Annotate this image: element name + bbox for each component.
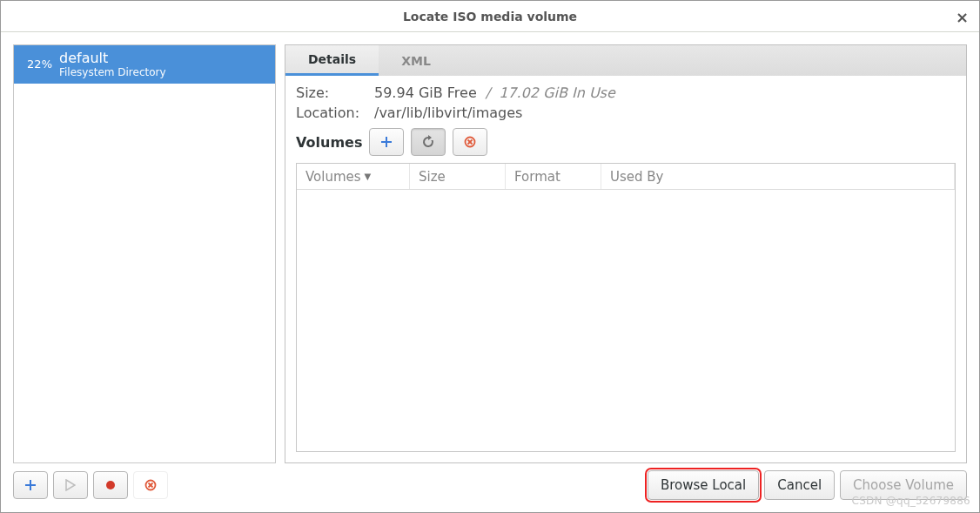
plus-icon	[24, 479, 37, 491]
svg-point-3	[106, 481, 115, 489]
dialog-window: Locate ISO media volume × 22% default Fi…	[0, 0, 980, 513]
record-icon	[104, 479, 117, 491]
browse-local-button[interactable]: Browse Local	[648, 470, 759, 500]
pool-usage-percent: 22%	[23, 57, 52, 71]
storage-pool-list[interactable]: 22% default Filesystem Directory	[13, 44, 276, 463]
location-row: Location: /var/lib/libvirt/images	[296, 105, 956, 121]
cancel-button[interactable]: Cancel	[764, 470, 835, 500]
col-header-volumes[interactable]: Volumes ▼	[297, 164, 410, 189]
tabs: Details XML	[285, 44, 967, 76]
volumes-table[interactable]: Volumes ▼ Size Format Used By	[296, 163, 956, 452]
col-header-size[interactable]: Size	[410, 164, 506, 189]
stop-pool-button[interactable]	[93, 471, 128, 499]
delete-pool-button[interactable]	[133, 471, 168, 499]
dialog-body: 22% default Filesystem Directory Details…	[1, 32, 979, 463]
size-inuse: 17.02 GiB In Use	[499, 84, 615, 101]
col-label-size: Size	[419, 169, 446, 185]
right-column: Details XML Size: 59.94 GiB Free / 17.02…	[285, 44, 967, 463]
start-pool-button[interactable]	[53, 471, 88, 499]
col-header-format[interactable]: Format	[506, 164, 601, 189]
refresh-volumes-button[interactable]	[411, 128, 446, 156]
add-volume-button[interactable]	[369, 128, 404, 156]
volumes-toolbar: Volumes	[296, 128, 956, 156]
delete-circle-icon	[464, 136, 476, 148]
location-value: /var/lib/libvirt/images	[374, 105, 522, 121]
tab-details[interactable]: Details	[285, 45, 379, 76]
play-icon	[65, 479, 76, 491]
choose-volume-button: Choose Volume	[840, 470, 967, 500]
footer: Browse Local Cancel Choose Volume	[1, 463, 979, 512]
storage-pool-item[interactable]: 22% default Filesystem Directory	[14, 45, 275, 84]
col-label-format: Format	[514, 169, 560, 185]
col-label-volumes: Volumes	[305, 169, 361, 185]
pool-name: default	[59, 51, 166, 66]
pool-type: Filesystem Directory	[59, 66, 166, 78]
refresh-icon	[421, 135, 435, 149]
pool-main: default Filesystem Directory	[59, 51, 166, 78]
add-pool-button[interactable]	[13, 471, 48, 499]
window-title: Locate ISO media volume	[403, 10, 577, 24]
size-sep: /	[486, 84, 490, 101]
sort-arrow-icon: ▼	[365, 172, 372, 181]
size-row: Size: 59.94 GiB Free / 17.02 GiB In Use	[296, 84, 956, 101]
col-header-usedby[interactable]: Used By	[601, 164, 955, 189]
size-label: Size:	[296, 84, 366, 101]
close-icon[interactable]: ×	[956, 7, 969, 25]
titlebar: Locate ISO media volume ×	[1, 1, 979, 32]
plus-icon	[380, 136, 393, 148]
tab-xml[interactable]: XML	[379, 45, 453, 76]
delete-circle-icon	[144, 479, 157, 491]
size-free: 59.94 GiB Free	[374, 84, 477, 101]
col-label-usedby: Used By	[610, 169, 663, 185]
location-label: Location:	[296, 105, 366, 121]
volumes-label: Volumes	[296, 134, 362, 151]
volumes-table-header: Volumes ▼ Size Format Used By	[297, 164, 955, 190]
sidebar-column: 22% default Filesystem Directory	[13, 44, 276, 463]
details-pane: Size: 59.94 GiB Free / 17.02 GiB In Use …	[285, 76, 967, 463]
delete-volume-button[interactable]	[453, 128, 487, 156]
